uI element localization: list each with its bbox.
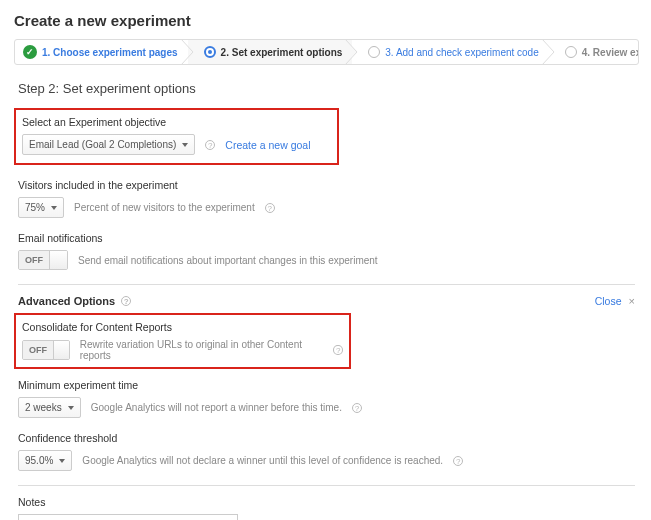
step-3-circle (368, 46, 380, 58)
caret-down-icon (182, 143, 188, 147)
advanced-header: Advanced Options ? Close × (18, 295, 635, 307)
caret-down-icon (51, 206, 57, 210)
consolidate-label: Consolidate for Content Reports (22, 321, 343, 333)
email-notify-label: Email notifications (18, 232, 639, 244)
step-2-circle (204, 46, 216, 58)
close-icon[interactable]: × (629, 295, 635, 307)
notes-textarea[interactable] (18, 514, 238, 520)
confidence-label: Confidence threshold (18, 432, 639, 444)
consolidate-toggle[interactable]: OFF (22, 340, 70, 360)
check-icon: ✓ (23, 45, 37, 59)
notes-block: Notes (18, 496, 639, 520)
confidence-desc: Google Analytics will not declare a winn… (82, 455, 443, 466)
min-time-block: Minimum experiment time 2 weeks Google A… (18, 379, 639, 418)
visitors-desc: Percent of new visitors to the experimen… (74, 202, 255, 213)
toggle-state: OFF (19, 251, 49, 269)
notes-label: Notes (18, 496, 639, 508)
toggle-knob (53, 341, 69, 359)
confidence-block: Confidence threshold 95.0% Google Analyt… (18, 432, 639, 471)
confidence-value: 95.0% (25, 455, 53, 466)
min-time-label: Minimum experiment time (18, 379, 639, 391)
advanced-title: Advanced Options (18, 295, 115, 307)
page-title: Create a new experiment (14, 12, 639, 29)
objective-block: Select an Experiment objective Email Lea… (14, 108, 339, 165)
objective-select[interactable]: Email Lead (Goal 2 Completions) (22, 134, 195, 155)
help-icon[interactable]: ? (333, 345, 343, 355)
email-notify-toggle[interactable]: OFF (18, 250, 68, 270)
help-icon[interactable]: ? (205, 140, 215, 150)
step-heading: Step 2: Set experiment options (18, 81, 639, 96)
help-icon[interactable]: ? (121, 296, 131, 306)
visitors-select[interactable]: 75% (18, 197, 64, 218)
help-icon[interactable]: ? (352, 403, 362, 413)
min-time-select[interactable]: 2 weeks (18, 397, 81, 418)
help-icon[interactable]: ? (265, 203, 275, 213)
wizard-stepper: ✓ 1. Choose experiment pages 2. Set expe… (14, 39, 639, 65)
step-4-circle (565, 46, 577, 58)
toggle-knob (49, 251, 67, 269)
step-4[interactable]: 4. Review experiment (549, 40, 639, 64)
min-time-desc: Google Analytics will not report a winne… (91, 402, 342, 413)
caret-down-icon (68, 406, 74, 410)
divider (18, 485, 635, 486)
consolidate-desc: Rewrite variation URLs to original in ot… (80, 339, 324, 361)
step-3[interactable]: 3. Add and check experiment code (352, 40, 548, 64)
step-4-label: 4. Review experiment (582, 47, 639, 58)
toggle-state: OFF (23, 341, 53, 359)
confidence-select[interactable]: 95.0% (18, 450, 72, 471)
divider (18, 284, 635, 285)
objective-value: Email Lead (Goal 2 Completions) (29, 139, 176, 150)
email-notify-desc: Send email notifications about important… (78, 255, 378, 266)
consolidate-block: Consolidate for Content Reports OFF Rewr… (14, 313, 351, 369)
step-2[interactable]: 2. Set experiment options (188, 40, 353, 64)
advanced-close-link[interactable]: Close (595, 295, 622, 307)
visitors-value: 75% (25, 202, 45, 213)
email-notify-block: Email notifications OFF Send email notif… (18, 232, 639, 270)
help-icon[interactable]: ? (453, 456, 463, 466)
visitors-block: Visitors included in the experiment 75% … (18, 179, 639, 218)
step-2-label: 2. Set experiment options (221, 47, 343, 58)
step-1-label: 1. Choose experiment pages (42, 47, 178, 58)
objective-label: Select an Experiment objective (22, 116, 331, 128)
step-1[interactable]: ✓ 1. Choose experiment pages (15, 40, 188, 64)
create-goal-link[interactable]: Create a new goal (225, 139, 310, 151)
step-3-label: 3. Add and check experiment code (385, 47, 538, 58)
caret-down-icon (59, 459, 65, 463)
min-time-value: 2 weeks (25, 402, 62, 413)
visitors-label: Visitors included in the experiment (18, 179, 639, 191)
